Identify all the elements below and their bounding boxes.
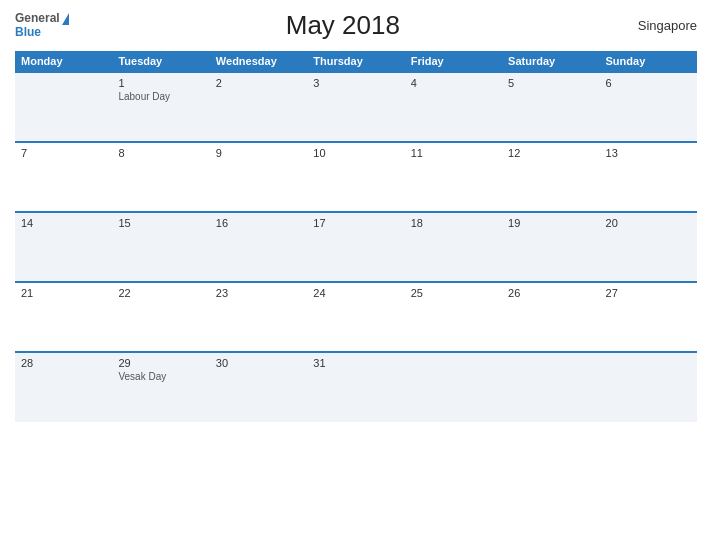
col-friday: Friday [405,51,502,72]
calendar-cell: 15 [112,212,209,282]
calendar-cell: 6 [600,72,697,142]
calendar-week-row: 14151617181920 [15,212,697,282]
day-number: 18 [411,217,496,229]
calendar-cell [600,352,697,422]
calendar-cell: 2 [210,72,307,142]
day-number: 2 [216,77,301,89]
logo: General Blue [15,12,69,38]
col-sunday: Sunday [600,51,697,72]
calendar-cell: 16 [210,212,307,282]
calendar-cell: 8 [112,142,209,212]
col-saturday: Saturday [502,51,599,72]
calendar-cell: 7 [15,142,112,212]
calendar-week-row: 78910111213 [15,142,697,212]
day-number: 31 [313,357,398,369]
day-number: 28 [21,357,106,369]
day-number: 10 [313,147,398,159]
header: General Blue May 2018 Singapore [15,10,697,41]
day-number: 16 [216,217,301,229]
calendar-cell: 21 [15,282,112,352]
day-number: 30 [216,357,301,369]
calendar-cell: 12 [502,142,599,212]
day-number: 11 [411,147,496,159]
day-number: 4 [411,77,496,89]
logo-triangle-icon [62,13,69,25]
day-number: 20 [606,217,691,229]
calendar-cell: 22 [112,282,209,352]
calendar-week-row: 21222324252627 [15,282,697,352]
country-label: Singapore [617,18,697,33]
day-number: 17 [313,217,398,229]
day-number: 22 [118,287,203,299]
calendar-week-row: 2829Vesak Day3031 [15,352,697,422]
calendar-cell: 4 [405,72,502,142]
day-number: 24 [313,287,398,299]
day-number: 27 [606,287,691,299]
day-number: 1 [118,77,203,89]
day-number: 21 [21,287,106,299]
calendar-cell: 17 [307,212,404,282]
day-number: 5 [508,77,593,89]
day-number: 13 [606,147,691,159]
calendar-cell: 14 [15,212,112,282]
day-number: 6 [606,77,691,89]
calendar-cell: 18 [405,212,502,282]
calendar-cell: 1Labour Day [112,72,209,142]
calendar-header-row: Monday Tuesday Wednesday Thursday Friday… [15,51,697,72]
col-monday: Monday [15,51,112,72]
calendar-cell: 19 [502,212,599,282]
logo-text: General [15,12,69,25]
day-number: 3 [313,77,398,89]
calendar-cell [15,72,112,142]
calendar-cell: 27 [600,282,697,352]
calendar-cell: 31 [307,352,404,422]
logo-general: General [15,11,60,25]
day-number: 9 [216,147,301,159]
holiday-label: Vesak Day [118,371,203,382]
day-number: 19 [508,217,593,229]
calendar-cell: 10 [307,142,404,212]
calendar-cell: 28 [15,352,112,422]
calendar-cell: 29Vesak Day [112,352,209,422]
calendar-cell: 24 [307,282,404,352]
calendar-cell: 23 [210,282,307,352]
calendar-cell: 11 [405,142,502,212]
col-wednesday: Wednesday [210,51,307,72]
day-number: 26 [508,287,593,299]
calendar-cell: 25 [405,282,502,352]
calendar-cell [405,352,502,422]
col-thursday: Thursday [307,51,404,72]
calendar-cell: 3 [307,72,404,142]
calendar-page: General Blue May 2018 Singapore Monday T… [0,0,712,550]
day-number: 8 [118,147,203,159]
day-number: 15 [118,217,203,229]
calendar-cell: 13 [600,142,697,212]
calendar-cell: 26 [502,282,599,352]
day-number: 25 [411,287,496,299]
calendar-cell [502,352,599,422]
day-number: 7 [21,147,106,159]
calendar-week-row: 1Labour Day23456 [15,72,697,142]
calendar-cell: 30 [210,352,307,422]
calendar-cell: 9 [210,142,307,212]
day-number: 23 [216,287,301,299]
day-number: 29 [118,357,203,369]
day-number: 14 [21,217,106,229]
logo-blue: Blue [15,26,69,39]
calendar-title: May 2018 [69,10,617,41]
holiday-label: Labour Day [118,91,203,102]
day-number: 12 [508,147,593,159]
calendar-table: Monday Tuesday Wednesday Thursday Friday… [15,51,697,422]
calendar-cell: 5 [502,72,599,142]
col-tuesday: Tuesday [112,51,209,72]
calendar-cell: 20 [600,212,697,282]
